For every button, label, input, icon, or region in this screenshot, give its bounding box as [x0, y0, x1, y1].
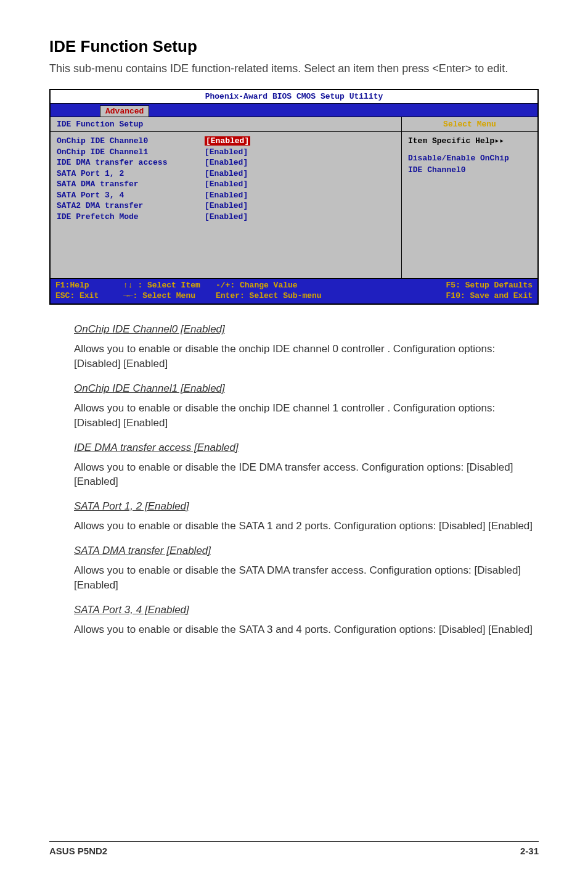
bios-item-value: [Enabled]	[205, 157, 395, 168]
section-head: SATA Port 1, 2 [Enabled]	[74, 500, 539, 513]
bios-item-value: [Enabled]	[205, 179, 395, 190]
bios-item-value: [Enabled]	[205, 200, 395, 212]
hint-esc: ESC: Exit	[55, 291, 123, 302]
hint-f1: F1:Help	[55, 281, 123, 291]
bios-footer: F1:Help ↑↓ : Select Item -/+: Change Val…	[51, 279, 537, 304]
bios-tabs: Advanced	[51, 104, 537, 117]
hint-enter: Enter: Select Sub-menu	[216, 291, 370, 302]
bios-item-value: [Enabled]	[205, 168, 395, 179]
help-body: IDE Channel0	[408, 165, 531, 176]
tab-advanced[interactable]: Advanced	[100, 105, 149, 117]
help-title: Item Specific Help▸▸	[408, 136, 531, 147]
bios-subheader: IDE Function Setup	[51, 117, 401, 132]
hint-f5: F5: Setup Defaults	[370, 281, 533, 291]
bios-item-label: SATA Port 1, 2	[57, 168, 205, 179]
section-body: Allows you to enable or disable the SATA…	[74, 563, 539, 593]
section-body: Allows you to enable or disable the SATA…	[74, 519, 539, 534]
bios-row[interactable]: SATA Port 1, 2 [Enabled]	[57, 168, 395, 179]
bios-row[interactable]: SATA DMA transfer [Enabled]	[57, 179, 395, 190]
bios-item-value: [Enabled]	[205, 190, 395, 201]
hint-select-item: ↑↓ : Select Item	[123, 281, 216, 291]
bios-title: Phoenix-Award BIOS CMOS Setup Utility	[51, 90, 537, 104]
intro-text: This sub-menu contains IDE function-rela…	[49, 61, 539, 76]
section-head: OnChip IDE Channel0 [Enabled]	[74, 323, 539, 336]
section-head: SATA Port 3, 4 [Enabled]	[74, 604, 539, 616]
bios-row[interactable]: OnChip IDE Channel1 [Enabled]	[57, 147, 395, 158]
bios-item-label: IDE Prefetch Mode	[57, 212, 205, 223]
hint-change: -/+: Change Value	[216, 281, 370, 291]
bios-item-label: SATA2 DMA transfer	[57, 200, 205, 212]
bios-item-label: SATA Port 3, 4	[57, 190, 205, 201]
section-body: Allows you to enable or disable the IDE …	[74, 460, 539, 490]
hint-select-menu: →←: Select Menu	[123, 291, 216, 302]
bios-row[interactable]: IDE DMA transfer access [Enabled]	[57, 157, 395, 168]
help-body: Disable/Enable OnChip	[408, 153, 531, 164]
bios-item-value: [Enabled]	[205, 136, 395, 147]
bios-box: Phoenix-Award BIOS CMOS Setup Utility Ad…	[49, 89, 539, 305]
page-title: IDE Function Setup	[49, 37, 539, 56]
bios-item-label: SATA DMA transfer	[57, 179, 205, 190]
hint-f10: F10: Save and Exit	[370, 291, 533, 302]
bios-item-value: [Enabled]	[205, 147, 395, 158]
bios-item-value: [Enabled]	[205, 212, 395, 223]
footer-page: 2-31	[520, 846, 539, 856]
bios-row[interactable]: SATA2 DMA transfer [Enabled]	[57, 200, 395, 212]
section-body: Allows you to enable or disable the onch…	[74, 401, 539, 431]
bios-item-label: OnChip IDE Channel1	[57, 147, 205, 158]
bios-row[interactable]: IDE Prefetch Mode [Enabled]	[57, 212, 395, 223]
bios-row[interactable]: SATA Port 3, 4 [Enabled]	[57, 190, 395, 201]
section-body: Allows you to enable or disable the onch…	[74, 342, 539, 371]
section-head: IDE DMA transfer access [Enabled]	[74, 442, 539, 454]
bios-right-header: Select Menu	[402, 117, 537, 132]
section-head: SATA DMA transfer [Enabled]	[74, 545, 539, 557]
bios-item-label: IDE DMA transfer access	[57, 157, 205, 168]
section-head: OnChip IDE Channel1 [Enabled]	[74, 382, 539, 395]
page-footer: ASUS P5ND2 2-31	[49, 841, 539, 856]
bios-row[interactable]: OnChip IDE Channel0 [Enabled]	[57, 136, 395, 147]
section-body: Allows you to enable or disable the SATA…	[74, 622, 539, 637]
bios-item-label: OnChip IDE Channel0	[57, 136, 205, 147]
content-sections: OnChip IDE Channel0 [Enabled] Allows you…	[49, 323, 539, 637]
footer-product: ASUS P5ND2	[49, 846, 107, 856]
bios-item-list: OnChip IDE Channel0 [Enabled] OnChip IDE…	[51, 132, 401, 278]
